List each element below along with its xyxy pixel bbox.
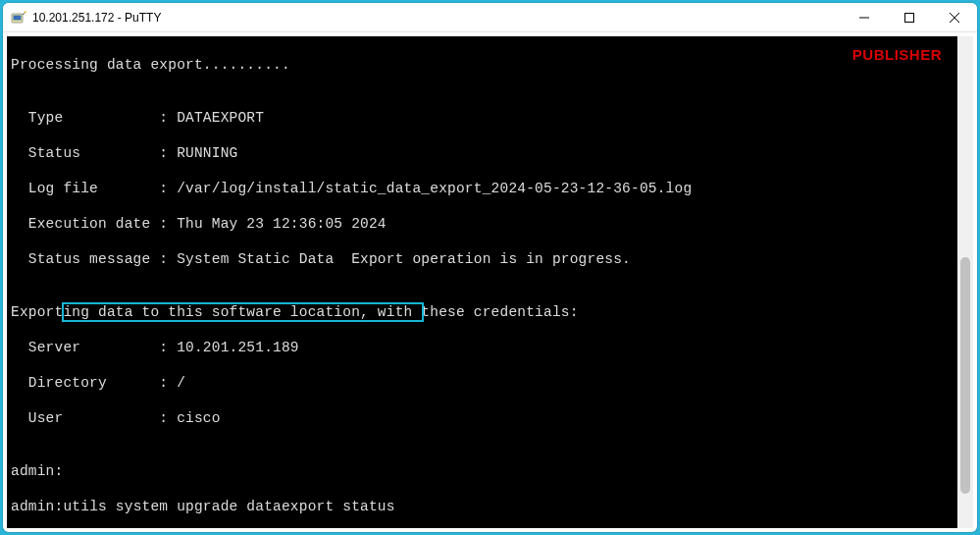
terminal-line: Exporting data to this software location… bbox=[11, 303, 969, 321]
terminal-line: admin: bbox=[11, 462, 969, 480]
minimize-button[interactable] bbox=[842, 3, 887, 31]
command-line: admin:utils system upgrade dataexport st… bbox=[11, 498, 969, 515]
terminal-line: Directory : / bbox=[11, 374, 969, 392]
terminal-line: Execution date : Thu May 23 12:36:05 202… bbox=[11, 215, 969, 233]
terminal-line: Server : 10.201.251.189 bbox=[11, 339, 969, 356]
terminal-area[interactable]: PUBLISHER Processing data export........… bbox=[7, 36, 973, 528]
close-button[interactable] bbox=[932, 3, 977, 31]
svg-rect-5 bbox=[905, 13, 914, 22]
scrollbar-thumb[interactable] bbox=[960, 257, 970, 493]
maximize-button[interactable] bbox=[887, 3, 932, 31]
terminal-line: User : cisco bbox=[11, 409, 969, 427]
svg-point-3 bbox=[25, 11, 26, 13]
terminal-line: Type : DATAEXPORT bbox=[11, 109, 969, 127]
terminal-content: Processing data export.......... Type : … bbox=[7, 36, 973, 528]
publisher-badge: PUBLISHER bbox=[852, 46, 942, 63]
terminal-line: Log file : /var/log/install/static_data_… bbox=[11, 180, 969, 197]
terminal-line: Processing data export.......... bbox=[11, 56, 969, 74]
titlebar[interactable]: 10.201.251.172 - PuTTY bbox=[3, 3, 977, 32]
title-controls bbox=[842, 3, 977, 31]
svg-rect-1 bbox=[14, 15, 22, 20]
putty-window: 10.201.251.172 - PuTTY PUBLISHER Process… bbox=[3, 3, 977, 532]
window-title: 10.201.251.172 - PuTTY bbox=[32, 11, 161, 25]
terminal-line: Status message : System Static Data Expo… bbox=[11, 250, 969, 268]
putty-icon bbox=[11, 10, 26, 26]
title-left: 10.201.251.172 - PuTTY bbox=[3, 10, 161, 26]
scrollbar[interactable] bbox=[957, 36, 973, 528]
terminal-line: Status : RUNNING bbox=[11, 144, 969, 162]
command-text: utils system upgrade dataexport status bbox=[63, 499, 394, 514]
prompt: admin: bbox=[11, 499, 63, 514]
